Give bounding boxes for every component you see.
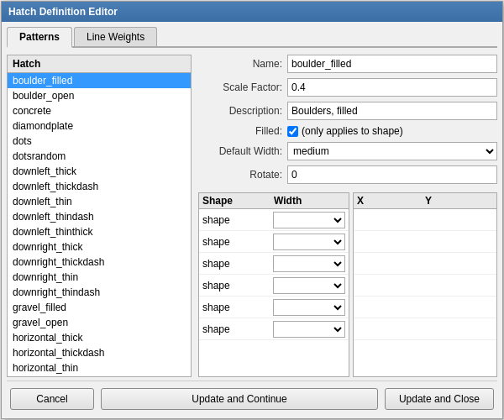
update-continue-button[interactable]: Update and Continue [101,388,378,410]
table-row: shape thinmediumthick [199,297,349,318]
width-cell-select[interactable]: thinmediumthick [273,234,345,250]
rotate-input[interactable] [287,165,497,184]
table-row [354,275,496,297]
list-container[interactable]: boulder_filledboulder_openconcretediamon… [8,73,191,376]
main-window: Hatch Definition Editor Patterns Line We… [1,1,503,419]
table-row: shape thinmediumthick [199,209,349,231]
main-area: Hatch boulder_filledboulder_openconcrete… [7,55,497,377]
width-select[interactable]: medium thin thick [287,142,497,160]
cancel-button[interactable]: Cancel [10,388,94,410]
filled-checkbox-row: (only applies to shape) [287,125,403,137]
table-row [354,297,496,318]
list-item[interactable]: downleft_thickdash [8,179,191,194]
list-item[interactable]: dots [8,134,191,149]
list-item[interactable]: gravel_open [8,315,191,330]
list-item[interactable]: gravel_filled [8,300,191,315]
width-cell-select[interactable]: thinmediumthick [273,212,345,228]
table-row: shape thinmediumthick [199,275,349,297]
width-label: Default Width: [198,145,282,157]
list-item[interactable]: horizontal_thickdash [8,345,191,360]
list-item[interactable]: downleft_thick [8,164,191,179]
col-x-header: X [357,195,425,207]
table-row: shape thinmediumthick [199,318,349,340]
list-item[interactable]: downright_thick [8,239,191,255]
list-item[interactable]: diamondplate [8,118,191,134]
list-item[interactable]: downleft_thindash [8,209,191,224]
width-cell-select[interactable]: thinmediumthick [273,277,345,294]
tabs-container: Patterns Line Weights [7,27,497,48]
filled-checkbox[interactable] [287,126,298,137]
filled-text: (only applies to shape) [302,125,403,137]
table-left: Shape Width shape thinmediumthick shape … [198,192,349,377]
shape-cell: shape [202,214,273,226]
table-right-header: X Y [354,193,496,209]
title-bar: Hatch Definition Editor [2,2,502,22]
list-item[interactable]: downleft_thin [8,194,191,209]
list-item[interactable]: boulder_open [8,88,191,103]
scale-label: Scale Factor: [198,81,282,93]
width-cell-select[interactable]: thinmediumthick [273,321,345,338]
rotate-label: Rotate: [198,169,282,181]
name-input[interactable] [287,55,497,73]
scale-input[interactable] [287,78,497,97]
col-shape-header: Shape [202,195,274,207]
rotate-row: Rotate: [198,165,497,184]
list-item[interactable]: downright_thickdash [8,255,191,270]
desc-label: Description: [198,105,282,117]
shape-cell: shape [202,258,273,270]
tab-line-weights[interactable]: Line Weights [74,27,157,46]
table-row: shape thinmediumthick [199,231,349,253]
shape-cell: shape [202,302,273,313]
scale-row: Scale Factor: [198,78,497,97]
table-right: X Y [353,192,497,377]
col-width-header: Width [274,195,345,207]
width-row: Default Width: medium thin thick [198,142,497,160]
list-item[interactable]: downleft_thinthick [8,224,191,239]
list-item[interactable]: horizontal_thin [8,360,191,375]
desc-row: Description: [198,102,497,120]
list-item[interactable]: boulder_filled [8,73,191,88]
name-row: Name: [198,55,497,73]
window-title: Hatch Definition Editor [8,6,118,18]
width-cell-select[interactable]: thinmediumthick [273,255,345,272]
width-cell-select[interactable]: thinmediumthick [273,299,345,316]
table-left-header: Shape Width [199,193,349,209]
list-item[interactable]: horizontal_thick [8,330,191,345]
filled-label: Filled: [198,125,282,137]
table-area: Shape Width shape thinmediumthick shape … [198,192,497,377]
table-row [354,318,496,340]
shape-cell: shape [202,280,273,291]
update-close-button[interactable]: Update and Close [385,388,494,410]
shape-cell: shape [202,323,273,335]
filled-row: Filled: (only applies to shape) [198,125,497,137]
list-item[interactable]: dotsrandom [8,149,191,164]
tab-patterns[interactable]: Patterns [7,27,72,48]
list-item[interactable]: downright_thin [8,270,191,285]
table-row [354,253,496,275]
form-panel: Name: Scale Factor: Description: Filled:… [198,55,497,377]
desc-input[interactable] [287,102,497,120]
table-row [354,209,496,231]
col-y-header: Y [425,195,493,207]
table-row: shape thinmediumthick [199,253,349,275]
window-content: Patterns Line Weights Hatch boulder_fill… [2,22,502,418]
list-item[interactable]: downright_thindash [8,285,191,300]
table-row [354,231,496,253]
list-item[interactable]: concrete [8,103,191,118]
footer: Cancel Update and Continue Update and Cl… [7,381,497,413]
list-header: Hatch [8,55,191,73]
shape-cell: shape [202,236,273,248]
hatch-list-panel: Hatch boulder_filledboulder_openconcrete… [7,55,192,377]
table-right-rows [354,209,496,340]
name-label: Name: [198,58,282,70]
table-left-rows: shape thinmediumthick shape thinmediumth… [199,209,349,340]
